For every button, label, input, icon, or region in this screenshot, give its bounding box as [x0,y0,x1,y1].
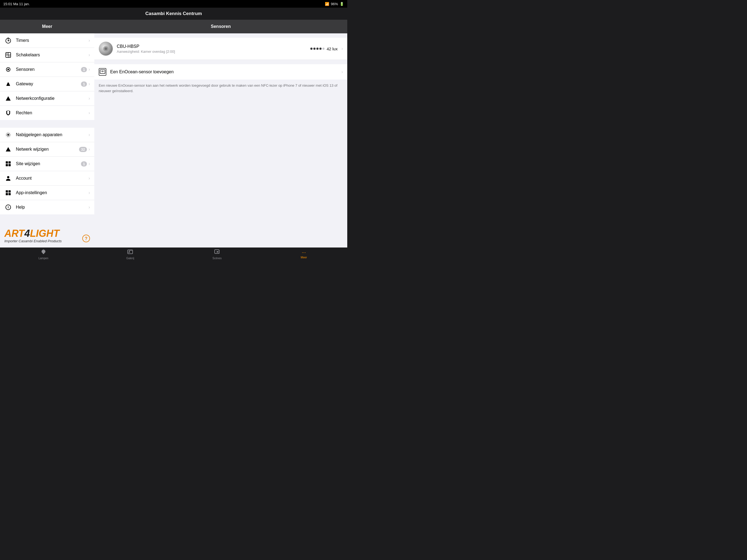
sidebar-item-app-instellingen[interactable]: App-instellingen › [0,186,94,200]
battery-level: 96% [331,2,338,6]
sidebar-gap-1 [0,120,94,128]
site-wijzigen-label: Site wijzigen [16,161,81,166]
lampen-icon [41,249,47,256]
nabijgelegen-label: Nabijgelegen apparaten [16,132,88,137]
wifi-icon: 📶 [325,2,329,6]
sidebar-item-rechten[interactable]: Rechten › [0,106,94,120]
sensoren-chevron: › [88,67,90,72]
sensor-chevron: › [341,46,343,51]
status-right: 📶 96% 🔋 [325,2,344,6]
svg-text:i: i [8,205,8,209]
tab-galerij[interactable]: A Galerij [87,248,174,261]
status-bar: 15:01 Ma 11 jan. 📶 96% 🔋 [0,0,347,8]
svg-line-9 [9,56,10,57]
svg-rect-23 [8,164,11,166]
sidebar-item-netwerk-wijzigen[interactable]: Netwerk wijzigen 32 › [0,142,94,157]
svg-rect-20 [6,161,8,163]
site-wijzigen-chevron: › [88,161,90,166]
dot-5 [323,48,325,50]
app-instellingen-chevron: › [88,190,90,195]
sensor-subtitle: Aanwezigheid: Kamer overdag [2:00] [117,50,310,54]
sidebar-section-2: Nabijgelegen apparaten › Netwerk wijzige… [0,128,94,214]
svg-point-10 [7,69,9,70]
sidebar-item-nabijgelegen[interactable]: Nabijgelegen apparaten › [0,128,94,142]
sidebar-item-timers[interactable]: Timers › [0,33,94,48]
svg-marker-19 [6,147,11,152]
galerij-icon: A [127,249,133,256]
svg-point-16 [7,134,9,136]
logo-text: ART4LIGHT [4,229,90,238]
title-bar: Casambi Kennis Centrum [0,8,347,20]
lampen-tab-label: Lampen [38,257,48,260]
main-layout: Meer Timers › [0,20,347,248]
dot-3 [316,48,318,50]
enocean-section: Een EnOcean-sensor toevoegen › Een nieuw… [94,60,347,99]
svg-marker-15 [6,96,11,101]
gateway-badge: 1 [81,81,87,87]
signal-dots [310,48,325,50]
svg-rect-22 [6,164,8,166]
app-instellingen-label: App-instellingen [16,190,88,195]
timers-label: Timers [16,38,88,43]
enocean-description: Een nieuwe EnOcean-sensor kan aan het ne… [94,80,347,97]
nabijgelegen-chevron: › [88,132,90,137]
scenes-icon [214,249,220,256]
logo-area: ART4LIGHT Importer Casambi Enabled Produ… [0,226,94,248]
help-circle-button[interactable]: ? [82,235,90,243]
timers-icon [4,36,12,44]
netwerk-wijzigen-icon [4,146,12,153]
svg-point-24 [7,176,9,178]
galerij-tab-label: Galerij [126,257,134,260]
nabijgelegen-icon [4,131,12,138]
dot-4 [319,48,321,50]
rechten-label: Rechten [16,110,88,116]
content-body: CBU-HBSP Aanwezigheid: Kamer overdag [2:… [94,33,347,248]
app-instellingen-icon [4,189,12,197]
tab-scenes[interactable]: Scènes [174,248,261,261]
gateway-icon [4,80,12,88]
sidebar-item-schakelaars[interactable]: Schakelaars › [0,48,94,62]
sensor-name: CBU-HBSP [117,44,310,49]
sensor-avatar [99,42,113,56]
schakelaars-icon [4,51,12,59]
svg-text:?: ? [85,236,87,241]
timers-chevron: › [88,38,90,43]
netwerkconfiguratie-chevron: › [88,96,90,101]
netwerk-wijzigen-badge: 32 [79,147,87,152]
sensoren-icon [4,66,12,73]
svg-rect-26 [8,190,11,193]
netwerk-wijzigen-chevron: › [88,147,90,152]
sidebar-item-gateway[interactable]: Gateway 1 › [0,77,94,91]
meer-tab-label: Meer [301,256,307,259]
enocean-card[interactable]: Een EnOcean-sensor toevoegen › [94,64,347,80]
schakelaars-chevron: › [88,52,90,57]
meer-icon: ··· [302,250,306,255]
app-title: Casambi Kennis Centrum [146,11,202,17]
dot-1 [310,48,312,50]
tab-bar: Lampen A Galerij Scènes ··· Meer [0,248,347,261]
sensoren-label: Sensoren [16,67,81,72]
enocean-chevron: › [341,70,343,74]
tab-meer[interactable]: ··· Meer [261,248,347,261]
svg-rect-21 [8,161,11,163]
svg-rect-27 [6,193,8,195]
sidebar-item-account[interactable]: Account › [0,171,94,186]
sensor-lux: 42 lux [327,47,338,51]
sidebar-item-sensoren[interactable]: Sensoren 1 › [0,62,94,77]
sidebar-item-netwerkconfiguratie[interactable]: Netwerkconfiguratie › [0,91,94,106]
svg-marker-46 [217,251,218,253]
dot-2 [313,48,315,50]
sidebar-section-1: Timers › Schakelaars › [0,33,94,120]
svg-point-13 [8,81,9,82]
svg-rect-25 [6,190,8,193]
sidebar-item-site-wijzigen[interactable]: Site wijzigen 1 › [0,157,94,171]
content-header: Sensoren [94,20,347,33]
gateway-chevron: › [88,81,90,86]
help-label: Help [16,205,88,210]
status-time: 15:01 Ma 11 jan. [3,2,30,6]
sidebar-item-help[interactable]: i Help › [0,200,94,214]
site-wijzigen-badge: 1 [81,161,87,167]
tab-lampen[interactable]: Lampen [0,248,87,261]
sidebar-header: Meer [0,20,94,33]
sensor-card[interactable]: CBU-HBSP Aanwezigheid: Kamer overdag [2:… [94,38,347,60]
